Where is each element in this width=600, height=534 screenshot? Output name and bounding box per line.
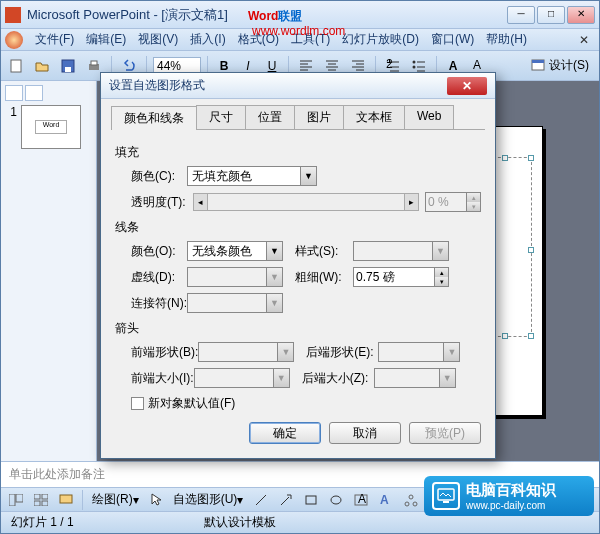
transparency-spinner[interactable]: 0 % ▴▾: [425, 192, 481, 212]
monitor-icon: [432, 482, 460, 510]
connector-combo[interactable]: ▼: [187, 293, 283, 313]
thumb-preview: Word: [21, 105, 81, 149]
slides-tab[interactable]: [5, 85, 23, 101]
slider-left-arrow-icon[interactable]: ◂: [194, 194, 208, 210]
slide-panel: 1 Word: [1, 81, 97, 461]
chevron-down-icon: ▼: [273, 369, 289, 387]
svg-rect-33: [443, 501, 449, 503]
normal-view-button[interactable]: [5, 489, 27, 511]
begin-size-combo[interactable]: ▼: [194, 368, 290, 388]
slide-thumbnail[interactable]: 1 Word: [5, 105, 92, 149]
tab-position[interactable]: 位置: [245, 105, 295, 129]
tab-web[interactable]: Web: [404, 105, 454, 129]
fill-color-combo[interactable]: 无填充颜色 ▼: [187, 166, 317, 186]
textbox-tool[interactable]: A: [350, 489, 372, 511]
menu-edit[interactable]: 编辑(E): [80, 29, 132, 50]
dialog-titlebar[interactable]: 设置自选图形格式 ✕: [101, 73, 495, 99]
diagram-tool[interactable]: [400, 489, 422, 511]
cancel-button[interactable]: 取消: [329, 422, 401, 444]
chevron-down-icon: ▼: [266, 294, 282, 312]
outline-tab[interactable]: [25, 85, 43, 101]
svg-point-25: [409, 495, 413, 499]
line-tool[interactable]: [250, 489, 272, 511]
dialog-close-button[interactable]: ✕: [447, 77, 487, 95]
design-icon: [531, 59, 545, 73]
resize-handle[interactable]: [528, 333, 534, 339]
minimize-button[interactable]: ─: [507, 6, 535, 24]
line-weight-spinner[interactable]: 0.75 磅 ▴▾: [353, 267, 449, 287]
tab-picture[interactable]: 图片: [294, 105, 344, 129]
resize-handle[interactable]: [502, 333, 508, 339]
resize-handle[interactable]: [528, 155, 534, 161]
line-dash-label: 虚线(D):: [115, 269, 187, 286]
menu-help[interactable]: 帮助(H): [480, 29, 533, 50]
zoom-value: 44%: [157, 59, 181, 73]
doc-close-button[interactable]: ✕: [573, 33, 595, 47]
maximize-button[interactable]: □: [537, 6, 565, 24]
svg-point-27: [413, 502, 417, 506]
svg-rect-0: [11, 60, 21, 72]
svg-point-8: [413, 65, 416, 68]
default-checkbox[interactable]: [131, 397, 144, 410]
autoshapes-button[interactable]: 自选图形(U) ▾: [169, 489, 248, 511]
tab-colors-lines[interactable]: 颜色和线条: [111, 106, 197, 130]
svg-rect-20: [306, 496, 316, 504]
slider-right-arrow-icon[interactable]: ▸: [404, 194, 418, 210]
site-watermark: 电脑百科知识 www.pc-daily.com: [424, 476, 594, 516]
svg-rect-32: [438, 489, 454, 500]
fill-color-label: 颜色(C):: [115, 168, 187, 185]
slideshow-view-button[interactable]: [55, 489, 77, 511]
select-tool[interactable]: [146, 489, 166, 511]
watermark-url: www.wordlm.com: [252, 24, 345, 38]
dialog-tabs: 颜色和线条 尺寸 位置 图片 文本框 Web: [111, 105, 485, 130]
svg-text:A: A: [380, 493, 389, 507]
thumb-text: Word: [35, 120, 67, 134]
tab-textbox[interactable]: 文本框: [343, 105, 405, 129]
line-color-value: 无线条颜色: [192, 243, 252, 260]
end-style-combo[interactable]: ▼: [378, 342, 460, 362]
save-button[interactable]: [57, 55, 79, 77]
menu-file[interactable]: 文件(F): [29, 29, 80, 50]
close-button[interactable]: ✕: [567, 6, 595, 24]
line-color-combo[interactable]: 无线条颜色 ▼: [187, 241, 283, 261]
design-button[interactable]: 设计(S): [525, 57, 595, 74]
menu-insert[interactable]: 插入(I): [184, 29, 231, 50]
dialog-title: 设置自选图形格式: [109, 77, 447, 94]
svg-line-19: [281, 497, 289, 505]
sorter-view-button[interactable]: [30, 489, 52, 511]
end-size-combo[interactable]: ▼: [374, 368, 456, 388]
resize-handle[interactable]: [528, 247, 534, 253]
menu-window[interactable]: 窗口(W): [425, 29, 480, 50]
dialog-body: 颜色和线条 尺寸 位置 图片 文本框 Web 填充 颜色(C): 无填充颜色 ▼…: [101, 99, 495, 458]
line-style-combo[interactable]: ▼: [353, 241, 449, 261]
resize-handle[interactable]: [502, 155, 508, 161]
watermark-site: www.pc-daily.com: [466, 500, 556, 511]
open-button[interactable]: [31, 55, 53, 77]
wordart-tool[interactable]: A: [375, 489, 397, 511]
line-dash-combo[interactable]: ▼: [187, 267, 283, 287]
arrow-tool[interactable]: [275, 489, 297, 511]
fill-color-value: 无填充颜色: [192, 168, 252, 185]
design-label: 设计(S): [549, 57, 589, 74]
oval-tool[interactable]: [325, 489, 347, 511]
svg-point-7: [413, 60, 416, 63]
chevron-down-icon: ▼: [432, 242, 448, 260]
menu-slideshow[interactable]: 幻灯片放映(D): [336, 29, 425, 50]
tab-size[interactable]: 尺寸: [196, 105, 246, 129]
preview-button[interactable]: 预览(P): [409, 422, 481, 444]
line-color-label: 颜色(O):: [115, 243, 187, 260]
watermark-logo: Word联盟: [248, 4, 302, 25]
rectangle-tool[interactable]: [300, 489, 322, 511]
spinner-buttons[interactable]: ▴▾: [466, 193, 480, 211]
draw-menu-button[interactable]: 绘图(R) ▾: [88, 489, 143, 511]
new-button[interactable]: [5, 55, 27, 77]
spinner-buttons[interactable]: ▴▾: [434, 268, 448, 286]
transparency-slider[interactable]: ◂ ▸: [193, 193, 419, 211]
end-style-label: 后端形状(E):: [306, 344, 378, 361]
tab-page-colors-lines: 填充 颜色(C): 无填充颜色 ▼ 透明度(T): ◂ ▸ 0 % ▴▾: [111, 130, 485, 448]
begin-style-combo[interactable]: ▼: [198, 342, 294, 362]
ok-button[interactable]: 确定: [249, 422, 321, 444]
menu-view[interactable]: 视图(V): [132, 29, 184, 50]
office-button[interactable]: [5, 31, 23, 49]
svg-rect-2: [65, 67, 71, 72]
